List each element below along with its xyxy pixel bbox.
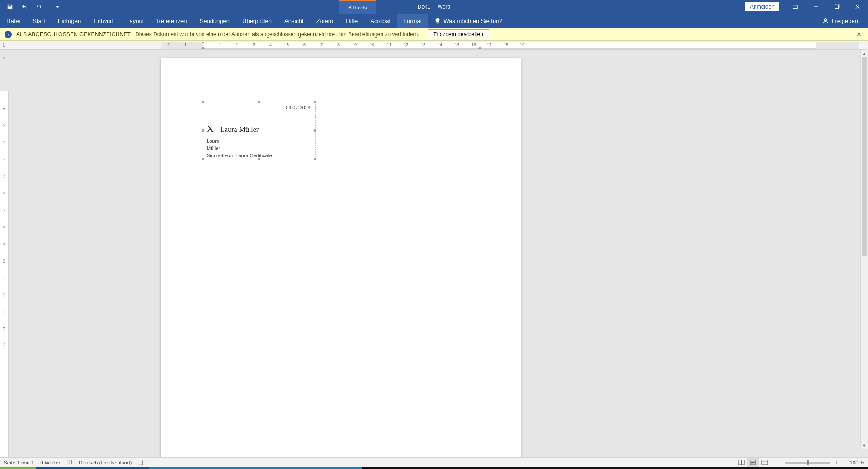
selection-handle[interactable] [258, 101, 260, 103]
marked-as-final-bar: i ALS ABGESCHLOSSEN GEKENNZEICHNET Diese… [0, 28, 868, 41]
status-word-count[interactable]: 0 Wörter [40, 460, 60, 465]
edit-anyway-button[interactable]: Trotzdem bearbeiten [428, 29, 489, 39]
save-icon [7, 4, 13, 10]
tab-referenzen[interactable]: Referenzen [150, 14, 193, 28]
zoom-percentage[interactable]: 100 % [845, 460, 864, 465]
svg-point-2 [825, 19, 827, 21]
title-separator: - [433, 4, 435, 10]
signature-line-object[interactable]: 04.07.2024 X Laura Müller Laura Müller S… [203, 102, 316, 159]
tab-einfuegen[interactable]: Einfügen [52, 14, 87, 28]
v-ruler-top-margin [0, 50, 9, 91]
scroll-track[interactable] [861, 57, 868, 441]
ribbon: Datei Start Einfügen Entwurf Layout Refe… [0, 14, 868, 28]
svg-rect-1 [835, 5, 839, 9]
zoom-slider[interactable] [785, 462, 830, 464]
tab-acrobat[interactable]: Acrobat [364, 14, 397, 28]
vertical-scrollbar[interactable]: ▲ ▼ [860, 50, 868, 449]
minimize-icon [813, 4, 819, 9]
selection-handle[interactable] [202, 158, 204, 160]
document-page[interactable]: 04.07.2024 X Laura Müller Laura Müller S… [161, 58, 521, 457]
infobar-close-button[interactable]: ✕ [854, 30, 863, 39]
hanging-indent-marker[interactable] [201, 47, 205, 49]
infobar-title: ALS ABGESCHLOSSEN GEKENNZEICHNET [16, 31, 131, 38]
tell-me-placeholder: Was möchten Sie tun? [443, 18, 502, 24]
zoom-in-button[interactable]: + [833, 459, 841, 467]
zoom-slider-knob[interactable] [807, 460, 809, 465]
web-layout-icon [761, 460, 768, 465]
status-language[interactable]: Deutsch (Deutschland) [79, 460, 132, 465]
zoom-out-button[interactable]: − [774, 459, 782, 467]
book-check-icon [66, 460, 72, 465]
selection-handle[interactable] [202, 101, 204, 103]
tab-selector[interactable]: L [0, 41, 9, 50]
horizontal-ruler[interactable]: 2 1 1 2 3 4 5 6 7 8 9 10 11 12 13 14 15 … [161, 42, 859, 49]
minimize-button[interactable] [806, 0, 826, 14]
ribbon-right: Freigeben [820, 14, 868, 28]
tab-layout[interactable]: Layout [120, 14, 150, 28]
lightbulb-icon [434, 18, 441, 24]
vertical-ruler[interactable]: 2 1 1 2 3 4 5 6 7 8 9 10 11 12 13 14 15 [0, 50, 9, 457]
redo-button[interactable] [33, 0, 45, 13]
quick-access-toolbar [0, 0, 64, 13]
signin-button[interactable]: Anmelden [745, 2, 779, 11]
selection-handle[interactable] [314, 101, 316, 103]
selection-handle[interactable] [202, 129, 204, 132]
view-print-layout-button[interactable] [747, 458, 759, 468]
view-read-mode-button[interactable] [735, 458, 747, 468]
undo-icon [21, 4, 28, 10]
ribbon-tabs: Datei Start Einfügen Entwurf Layout Refe… [0, 14, 428, 28]
ribbon-display-options-button[interactable] [785, 0, 806, 14]
horizontal-ruler-row: L 2 1 1 2 3 4 5 6 7 8 9 10 11 12 13 14 1… [0, 41, 868, 50]
taskbar[interactable] [0, 467, 868, 469]
tab-ansicht[interactable]: Ansicht [278, 14, 310, 28]
right-indent-marker[interactable] [477, 47, 482, 49]
read-mode-icon [738, 460, 745, 465]
signature-line: X Laura Müller [207, 123, 314, 136]
status-page[interactable]: Seite 1 von 1 [4, 460, 34, 465]
ribbon-display-icon [793, 4, 798, 9]
signature-details: Laura Müller Signiert von: Laura Certifi… [207, 137, 272, 159]
tab-format[interactable]: Format [397, 14, 428, 28]
close-button[interactable] [847, 0, 868, 14]
tab-hilfe[interactable]: Hilfe [340, 14, 364, 28]
info-icon: i [5, 31, 12, 38]
view-web-layout-button[interactable] [759, 458, 770, 468]
status-spellcheck[interactable] [66, 460, 72, 465]
svg-rect-6 [762, 460, 768, 465]
first-line-indent-marker[interactable] [201, 42, 205, 44]
svg-rect-3 [738, 460, 741, 465]
tab-datei[interactable]: Datei [0, 14, 26, 28]
selection-handle[interactable] [314, 158, 316, 160]
title-right: Anmelden [745, 0, 868, 14]
qat-customize-button[interactable] [51, 0, 64, 13]
signature-detail-line2: Müller [207, 145, 272, 152]
tab-sendungen[interactable]: Sendungen [193, 14, 236, 28]
tab-ueberpruefen[interactable]: Überprüfen [236, 14, 278, 28]
title-bar: Dok1 - Word Bildtools Anmelden [0, 0, 868, 14]
infobar-message: Dieses Dokument wurde von einem der Auto… [135, 31, 419, 38]
tab-zotero[interactable]: Zotero [310, 14, 340, 28]
contextual-tab-bildtools[interactable]: Bildtools [339, 0, 376, 14]
close-icon [855, 4, 860, 9]
tell-me-search[interactable]: Was möchten Sie tun? [428, 14, 509, 28]
scroll-up-button[interactable]: ▲ [861, 50, 868, 57]
qat-separator [48, 3, 48, 10]
main-area: 2 1 1 2 3 4 5 6 7 8 9 10 11 12 13 14 15 [0, 50, 868, 457]
share-label: Freigeben [831, 18, 858, 24]
document-viewport[interactable]: 04.07.2024 X Laura Müller Laura Müller S… [9, 50, 868, 457]
signature-date: 04.07.2024 [286, 105, 311, 110]
status-signatures[interactable] [138, 460, 144, 465]
tab-start[interactable]: Start [26, 14, 51, 28]
undo-button[interactable] [18, 0, 31, 13]
tab-entwurf[interactable]: Entwurf [87, 14, 120, 28]
save-button[interactable] [4, 0, 16, 13]
maximize-button[interactable] [826, 0, 847, 14]
signature-signed-by: Signiert von: Laura Certificate [207, 152, 272, 159]
window-title: Dok1 - Word [418, 4, 450, 10]
share-button[interactable]: Freigeben [820, 18, 861, 24]
document-filename: Dok1 [418, 4, 430, 10]
zoom-control: − + 100 % [774, 459, 864, 467]
scroll-thumb[interactable] [862, 57, 867, 256]
h-ruler-right-margin [816, 42, 859, 49]
scroll-down-button[interactable]: ▼ [861, 441, 868, 449]
